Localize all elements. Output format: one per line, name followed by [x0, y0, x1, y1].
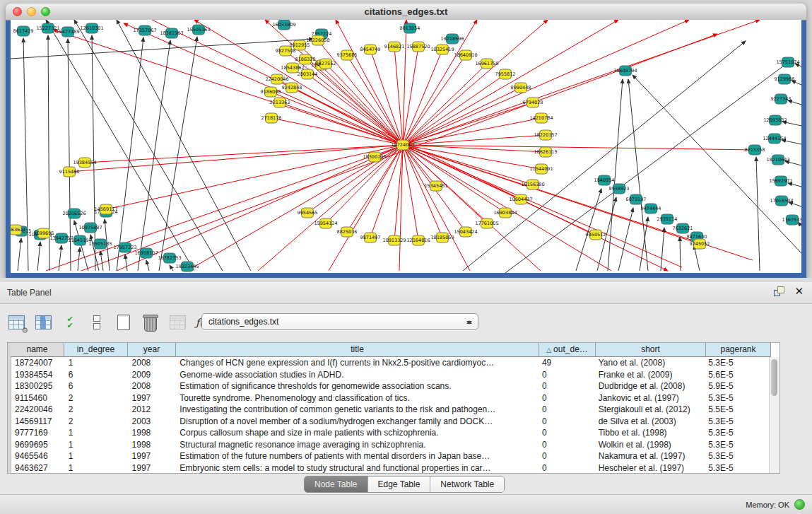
graph-edge[interactable]: [680, 237, 681, 271]
graph-node-label: 8813054: [400, 25, 420, 31]
graph-edge[interactable]: [37, 242, 40, 271]
table-row[interactable]: 1830029562008Estimation of significance …: [11, 380, 769, 392]
graph-edge[interactable]: [146, 260, 149, 271]
graph-node-label: 12610301: [80, 25, 103, 31]
graph-edge[interactable]: [403, 145, 505, 213]
table-row[interactable]: 2242004622012Investigating the contribut…: [11, 404, 769, 416]
column-header-in_degree[interactable]: in_degree: [64, 343, 128, 357]
network-canvas[interactable]: 8617429152273211647718912610301173570671…: [11, 20, 801, 273]
graph-edge[interactable]: [326, 64, 403, 145]
table-settings-icon[interactable]: ⚙: [7, 313, 25, 332]
column-header-pagerank[interactable]: pagerank: [706, 343, 771, 357]
graph-edge[interactable]: [608, 79, 623, 271]
table-row[interactable]: 1872400712008Changes of HCN gene express…: [11, 357, 769, 369]
float-panel-icon[interactable]: [774, 286, 784, 296]
graph-edge[interactable]: [85, 145, 403, 163]
graph-node-label: 7632621: [673, 226, 693, 231]
window-titlebar[interactable]: citations_edges.txt: [6, 4, 806, 21]
column-header-year[interactable]: year: [128, 343, 176, 357]
graph-edge[interactable]: [403, 64, 487, 145]
table-panel: Table Panel ✕ ⚙✔✔ƒ(x) citations_edges.tx…: [0, 282, 812, 514]
graph-edge[interactable]: [74, 20, 223, 271]
import-table-icon[interactable]: [168, 313, 187, 332]
graph-edge[interactable]: [403, 74, 505, 145]
tab-node-table[interactable]: Node Table: [305, 477, 368, 492]
new-table-icon[interactable]: [114, 313, 133, 332]
table-row[interactable]: 1456911722003Disruption of a novel membe…: [11, 416, 769, 428]
cell-title: Disruption of a novel member of a sodium…: [175, 416, 538, 428]
graph-node-label: 19218596: [440, 36, 464, 42]
graph-edge[interactable]: [125, 255, 127, 271]
scrollbar-thumb[interactable]: [771, 359, 777, 396]
graph-edge[interactable]: [394, 47, 403, 145]
graph-edge[interactable]: [117, 20, 251, 271]
graph-edge[interactable]: [628, 79, 648, 271]
cell-out_de: 0: [538, 380, 594, 392]
table-row[interactable]: 946554611997Estimation of the future num…: [11, 450, 769, 462]
graph-node-label: 9227343: [771, 96, 792, 102]
row-height-icon[interactable]: [88, 313, 106, 332]
table-row[interactable]: 977716911998Corpus callosum shape and si…: [11, 427, 769, 439]
graph-node-label: 16961758: [475, 61, 498, 66]
gear-icon: ⚙: [21, 326, 28, 335]
cell-name: 9777169: [11, 427, 64, 439]
column-header-out_de[interactable]: △out_de…: [539, 343, 596, 357]
graph-edge[interactable]: [100, 251, 103, 271]
column-visibility-icon[interactable]: [34, 313, 52, 332]
graph-node-label: 2718176: [261, 115, 282, 121]
graph-node-label: 17761005: [475, 221, 498, 226]
graph-edge[interactable]: [403, 88, 521, 145]
graph-edge[interactable]: [318, 40, 403, 145]
graph-edge[interactable]: [403, 145, 533, 185]
table-row[interactable]: 1938455462009Genome-wide association stu…: [11, 369, 769, 381]
graph-node-label: 16903844: [493, 210, 517, 216]
graph-edge[interactable]: [403, 135, 546, 145]
cell-name: 9465546: [11, 450, 64, 462]
graph-edge[interactable]: [106, 145, 403, 209]
graph-edge[interactable]: [756, 157, 760, 271]
graph-edge[interactable]: [661, 228, 664, 271]
delete-table-icon[interactable]: [141, 313, 160, 332]
cell-in_degree: 2: [64, 404, 128, 416]
cell-title: Genome-wide association studies in ADHD.: [175, 369, 538, 381]
cell-short: Dudbridge et al. (2008): [594, 380, 705, 392]
graph-edge[interactable]: [159, 37, 197, 271]
graph-edge[interactable]: [46, 20, 194, 271]
table-selector-dropdown[interactable]: citations_edges.txt: [201, 313, 478, 330]
vertical-scrollbar[interactable]: [769, 357, 779, 473]
tab-network-table[interactable]: Network Table: [430, 477, 504, 492]
column-header-name[interactable]: name: [11, 343, 64, 357]
graph-node-label: 20206526: [62, 211, 86, 216]
graph-node-label: 17957223: [113, 245, 136, 250]
cell-year: 2008: [128, 357, 176, 369]
column-header-title[interactable]: title: [176, 343, 539, 357]
cell-year: 1998: [128, 427, 176, 439]
graph-edge[interactable]: [92, 35, 95, 271]
graph-edge[interactable]: [59, 245, 61, 271]
cell-in_degree: 1: [64, 439, 128, 451]
table-row[interactable]: 969969511998Structural magnetic resonanc…: [11, 439, 769, 451]
table-body[interactable]: 1872400712008Changes of HCN gene express…: [11, 357, 769, 473]
graph-edge[interactable]: [69, 145, 403, 172]
cell-pagerank: 5.5E-5: [704, 404, 769, 416]
row-selection-icon[interactable]: ✔✔: [61, 313, 79, 332]
graph-edge[interactable]: [11, 39, 313, 59]
graph-edge[interactable]: [403, 145, 436, 186]
graph-node-label: 18325419: [430, 47, 454, 52]
node-table: namein_degreeyeartitle△out_de…shortpager…: [7, 342, 780, 474]
graph-node-label: 15505163: [187, 27, 210, 33]
graph-node-label: 9115460: [59, 169, 80, 175]
graph-node-label: 14569117: [94, 206, 117, 212]
tab-edge-table[interactable]: Edge Table: [368, 477, 431, 492]
close-panel-icon[interactable]: ✕: [794, 286, 804, 296]
graph-edge[interactable]: [117, 37, 143, 271]
table-row[interactable]: 911546021997Tourette syndrome. Phenomeno…: [11, 392, 769, 404]
graph-edge[interactable]: [170, 265, 173, 271]
graph-node-label: 8938923: [609, 186, 630, 192]
graph-node-label: 9450512: [586, 232, 606, 238]
column-header-short[interactable]: short: [596, 343, 706, 357]
graph-edge[interactable]: [347, 55, 403, 145]
table-row[interactable]: 946362711997Embryonic stem cells: a mode…: [11, 462, 769, 474]
graph-edge[interactable]: [18, 238, 21, 271]
memory-status-icon[interactable]: [794, 499, 805, 510]
